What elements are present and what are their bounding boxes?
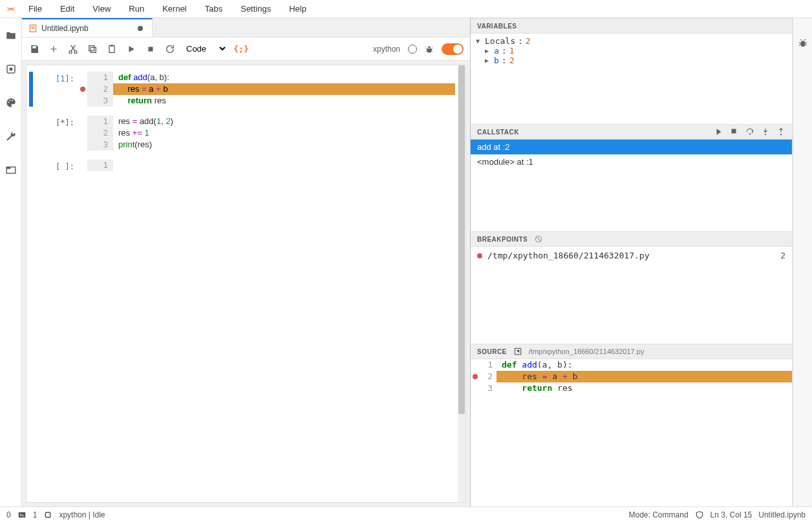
step-out-icon[interactable] [776,127,785,136]
scrollbar[interactable] [458,65,465,502]
scope-name: Locals [485,36,515,46]
status-left-1[interactable]: 1 [33,510,37,519]
palette-icon[interactable] [5,97,17,109]
breakpoint-gutter[interactable] [471,382,480,394]
save-icon[interactable] [28,43,40,55]
wrench-icon[interactable] [5,130,17,142]
tab-bar: Untitled.ipynb [22,18,470,37]
svg-point-18 [749,133,751,134]
menu-tabs[interactable]: Tabs [197,1,230,16]
stack-frame[interactable]: add at :2 [471,140,792,154]
scope-row[interactable]: ▼ Locals: 2 [476,36,787,46]
cells-area: [1]:1def add(a, b):2 res = a + b3 return… [26,65,466,503]
svg-rect-16 [149,47,153,51]
menu-settings[interactable]: Settings [233,1,279,16]
code-editor[interactable]: 1 [87,160,455,171]
trusted-icon[interactable] [695,510,704,519]
status-left-0[interactable]: 0 [6,510,11,519]
callstack-header[interactable]: CALLSTACK [471,124,792,140]
svg-rect-13 [89,45,94,50]
scope-count: 2 [526,36,531,46]
code-line[interactable]: res += 1 [113,127,455,139]
cell-type-select[interactable]: Code [184,43,228,54]
restart-icon[interactable] [164,43,176,55]
paste-icon[interactable] [106,43,118,55]
breakpoint-row[interactable]: /tmp/xpython_18660/2114632017.py2 [471,247,792,264]
debug-cell-icon[interactable]: {;} [235,43,247,55]
open-source-icon[interactable] [513,347,522,356]
folder-icon[interactable] [5,30,17,41]
breakpoint-gutter[interactable] [78,116,87,151]
source-line: 1def add(a, b): [471,359,792,371]
variables-title: VARIABLES [477,23,517,30]
breakpoint-dot-icon[interactable] [80,87,85,92]
step-over-icon[interactable] [745,127,754,136]
menu-edit[interactable]: Edit [52,1,82,16]
step-into-icon[interactable] [761,127,770,136]
svg-rect-9 [31,28,35,28]
kernel-name[interactable]: xpython [373,45,400,54]
code-line[interactable] [113,160,455,171]
menu-file[interactable]: File [21,1,50,16]
svg-point-19 [765,134,766,135]
code-line[interactable]: res = a + b [113,83,455,95]
run-icon[interactable] [125,43,137,55]
variable-row[interactable]: ▶a: 1 [476,46,787,56]
line-number: 2 [87,127,113,139]
code-editor[interactable]: 1res = add(1, 2)2res += 13print(res) [87,116,455,151]
svg-rect-25 [46,512,50,517]
breakpoint-gutter[interactable] [471,371,480,382]
debugger-bug-icon[interactable] [797,37,809,49]
code-line[interactable]: print(res) [113,139,455,151]
mode-text: Mode: Command [629,510,689,519]
svg-rect-15 [111,45,113,47]
tab-notebook[interactable]: Untitled.ipynb [22,18,153,37]
menu-view[interactable]: View [85,1,118,16]
copy-icon[interactable] [87,43,98,55]
line-number: 1 [480,359,497,371]
terminal-icon[interactable] [17,510,27,519]
breakpoint-gutter[interactable] [78,72,87,107]
code-line[interactable]: res = add(1, 2) [113,116,455,127]
code-line[interactable]: return res [113,95,455,107]
variable-row[interactable]: ▶b: 2 [476,56,787,65]
breakpoints-header[interactable]: BREAKPOINTS [471,231,792,247]
variable-value: 2 [509,56,515,65]
cut-icon[interactable] [67,43,79,55]
menu-kernel[interactable]: Kernel [155,1,195,16]
callstack-body: add at :2<module> at :1 [471,140,792,231]
clear-breakpoints-icon[interactable] [534,235,543,244]
unsaved-indicator-icon[interactable] [138,26,143,31]
kernel-chip-icon[interactable] [43,510,52,519]
code-editor[interactable]: 1def add(a, b):2 res = a + b3 return res [87,72,455,107]
code-line: res = a + b [497,371,792,382]
stop-icon[interactable] [145,43,156,55]
kernel-status-icon[interactable] [408,45,417,54]
source-body: 1def add(a, b):2 res = a + b3 return res [471,359,792,506]
code-cell[interactable]: [*]:1res = add(1, 2)2res += 13print(res) [29,116,455,151]
code-line: return res [497,382,792,394]
terminate-icon[interactable] [730,127,739,136]
source-header[interactable]: SOURCE /tmp/xpython_18660/2114632017.py [471,344,792,359]
menu-help[interactable]: Help [281,1,314,16]
running-icon[interactable] [5,63,17,75]
tabs-icon[interactable] [5,164,17,176]
stack-frame[interactable]: <module> at :1 [471,154,792,169]
variables-header[interactable]: VARIABLES [471,18,792,34]
add-cell-icon[interactable] [48,43,59,55]
svg-point-11 [74,50,77,53]
code-cell[interactable]: [1]:1def add(a, b):2 res = a + b3 return… [29,72,455,107]
breakpoint-dot-icon[interactable] [473,374,478,379]
continue-icon[interactable] [714,127,723,136]
kernel-status-text[interactable]: xpython | Idle [59,510,105,519]
debug-toggle[interactable] [442,43,464,55]
svg-rect-6 [6,167,10,169]
breakpoint-gutter[interactable] [78,160,87,171]
code-line[interactable]: def add(a, b): [113,72,455,83]
right-strip [793,18,812,506]
caret-right-icon: ▶ [485,57,491,64]
code-cell[interactable]: [ ]:1 [29,160,455,171]
menu-run[interactable]: Run [121,1,152,16]
breakpoint-gutter[interactable] [471,359,480,371]
line-number: 3 [480,382,497,394]
